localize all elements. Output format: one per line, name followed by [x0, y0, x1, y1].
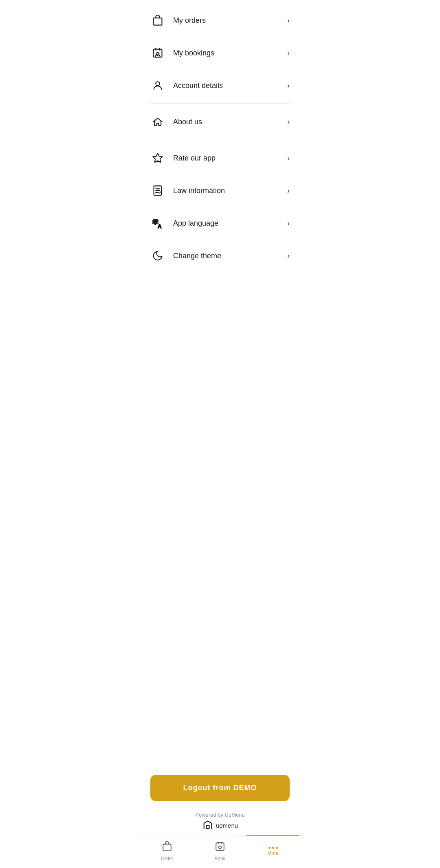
more-nav-icon [268, 847, 278, 849]
about-us-label: About us [173, 118, 287, 126]
more-nav-label: More [267, 850, 278, 856]
svg-point-18 [219, 846, 222, 849]
chevron-icon: › [287, 154, 290, 163]
chevron-icon: › [287, 252, 290, 260]
svg-rect-1 [154, 49, 162, 57]
book-nav-icon [215, 841, 225, 854]
menu-item-rate-app[interactable]: Rate our app › [141, 142, 299, 174]
order-nav-label: Order [161, 856, 174, 861]
law-information-label: Law information [173, 187, 287, 195]
star-icon [150, 151, 165, 165]
upmenu-logo-text: upmenu [216, 822, 238, 829]
powered-by: Powered by UpMenu upmenu [141, 805, 299, 835]
menu-item-account-details[interactable]: Account details › [141, 69, 299, 102]
menu-item-law-information[interactable]: Law information › [141, 174, 299, 207]
chevron-icon: › [287, 49, 290, 57]
svg-rect-13 [206, 825, 209, 828]
menu-item-app-language[interactable]: 孝A App language › [141, 207, 299, 240]
powered-by-text: Powered by UpMenu [195, 812, 244, 818]
chevron-icon: › [287, 118, 290, 126]
nav-item-book[interactable]: Book [194, 839, 246, 864]
bag-icon [150, 13, 165, 28]
menu-item-about-us[interactable]: About us › [141, 105, 299, 138]
chevron-icon: › [287, 81, 290, 90]
app-language-label: App language [173, 219, 287, 228]
upmenu-logo: upmenu [141, 820, 299, 831]
logout-button[interactable]: Logout from DEMO [150, 775, 290, 801]
my-bookings-label: My bookings [173, 49, 287, 57]
menu-list: My orders › My bookings › Account detail… [141, 0, 299, 767]
divider-2 [150, 140, 290, 140]
person-icon [150, 78, 165, 93]
moon-icon [150, 248, 165, 263]
nav-item-more[interactable]: More [246, 839, 299, 864]
divider-1 [150, 103, 290, 104]
chevron-icon: › [287, 187, 290, 195]
svg-rect-15 [216, 843, 224, 850]
menu-item-my-orders[interactable]: My orders › [141, 4, 299, 37]
order-nav-icon [162, 841, 172, 854]
chevron-icon: › [287, 219, 290, 228]
home-icon [150, 114, 165, 129]
svg-rect-0 [154, 18, 162, 25]
document-icon [150, 183, 165, 198]
nav-item-order[interactable]: Order [141, 839, 194, 864]
rate-app-label: Rate our app [173, 154, 287, 163]
svg-rect-14 [163, 844, 171, 851]
book-nav-label: Book [214, 856, 225, 861]
svg-marker-6 [153, 153, 162, 162]
my-orders-label: My orders [173, 16, 287, 25]
svg-point-5 [156, 82, 159, 86]
menu-item-my-bookings[interactable]: My bookings › [141, 37, 299, 69]
chevron-icon: › [287, 16, 290, 25]
bottom-nav: Order Book More [141, 835, 299, 868]
svg-text:A: A [158, 223, 161, 229]
change-theme-label: Change theme [173, 252, 287, 260]
translate-icon: 孝A [150, 216, 165, 231]
menu-item-change-theme[interactable]: Change theme › [141, 240, 299, 272]
calendar-person-icon [150, 46, 165, 60]
logout-section: Logout from DEMO [141, 767, 299, 805]
account-details-label: Account details [173, 81, 287, 90]
